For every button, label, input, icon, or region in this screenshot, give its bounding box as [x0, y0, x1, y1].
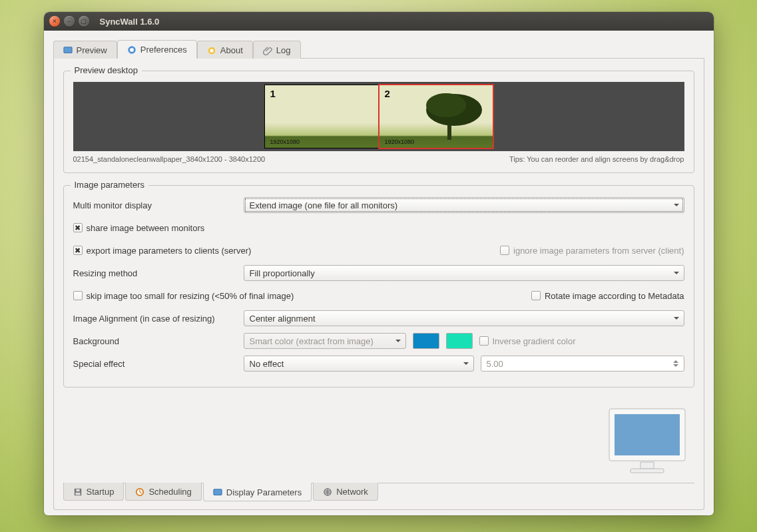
combo-value: Fill proportionally: [250, 268, 315, 278]
screen-resolution: 1920x1080: [385, 138, 415, 145]
tabs-top: Preview Preferences About Log: [53, 39, 704, 59]
screen-2[interactable]: 2 1920x1080: [379, 85, 493, 148]
checkbox-icon: [73, 291, 83, 300]
app-window: ✕ – ▢ SyncWall 1.6.0 Preview Preferences: [44, 12, 714, 515]
display-icon: [213, 488, 222, 497]
ignore-params-checkbox[interactable]: ignore image parameters from server (cli…: [500, 246, 684, 256]
checkbox-icon: [500, 246, 509, 255]
minimize-button[interactable]: –: [64, 16, 75, 27]
close-button[interactable]: ✕: [49, 16, 60, 27]
tab-startup[interactable]: Startup: [63, 483, 125, 501]
tab-about[interactable]: About: [197, 41, 253, 59]
content-area: Preview Preferences About Log: [44, 31, 714, 515]
image-parameters-group: Image parameters Multi monitor display E…: [63, 185, 694, 388]
svg-rect-15: [214, 489, 222, 495]
spin-buttons[interactable]: [673, 358, 682, 370]
checkbox-icon: ✖: [73, 223, 83, 232]
alignment-combo[interactable]: Center alignment: [244, 310, 684, 326]
tree-icon: [413, 87, 486, 140]
checkbox-label: Inverse gradient color: [493, 336, 576, 346]
resizing-label: Resizing method: [73, 268, 237, 278]
tab-label: Network: [336, 487, 368, 497]
preview-icon: [63, 46, 73, 55]
share-between-checkbox[interactable]: ✖ share image between monitors: [73, 223, 205, 233]
svg-point-6: [426, 93, 466, 117]
special-effect-spinbox[interactable]: 5.00: [481, 356, 684, 372]
multi-monitor-label: Multi monitor display: [73, 200, 237, 210]
gear-icon: [127, 45, 136, 55]
preview-filename: 02154_standalonecleanwallpaper_3840x1200…: [73, 155, 266, 163]
svg-rect-12: [75, 492, 80, 495]
tab-label: Scheduling: [148, 487, 191, 497]
color-swatch-2[interactable]: [446, 333, 473, 349]
svg-point-2: [130, 49, 133, 51]
export-params-checkbox[interactable]: ✖ export image parameters to clients (se…: [73, 246, 252, 256]
combo-value: No effect: [250, 359, 284, 369]
save-icon: [73, 487, 83, 497]
tab-display-parameters[interactable]: Display Parameters: [203, 483, 312, 501]
skip-small-checkbox[interactable]: skip image too small for resizing (<50% …: [73, 291, 294, 301]
multi-monitor-combo[interactable]: Extend image (one file for all monitors): [244, 197, 684, 213]
preview-zone[interactable]: 1 1920x1080 2 1920x1080: [73, 82, 684, 151]
checkbox-label: Rotate image according to Metadata: [545, 291, 684, 301]
inverse-gradient-checkbox[interactable]: Inverse gradient color: [479, 336, 576, 346]
svg-rect-13: [76, 489, 79, 491]
tab-scheduling[interactable]: Scheduling: [125, 483, 201, 501]
info-icon: [207, 46, 216, 55]
tab-label: Startup: [87, 487, 115, 497]
screen-resolution: 1920x1080: [270, 138, 300, 145]
screen-1[interactable]: 1 1920x1080: [264, 85, 379, 148]
preferences-panel: Preview desktop 1 1920x1080 2 1920x1080: [53, 59, 704, 510]
checkbox-icon: ✖: [73, 246, 83, 255]
special-effect-label: Special effect: [73, 359, 237, 369]
combo-value: Center alignment: [250, 314, 316, 324]
checkbox-icon: [479, 336, 489, 346]
group-legend: Image parameters: [71, 180, 149, 190]
combo-value: Extend image (one file for all monitors): [250, 200, 398, 210]
tab-network[interactable]: Network: [313, 483, 378, 501]
window-title: SyncWall 1.6.0: [100, 17, 160, 27]
preview-tip: Tips: You can reorder and align screens …: [509, 155, 684, 163]
checkbox-label: ignore image parameters from server (cli…: [513, 246, 684, 256]
background-label: Background: [73, 336, 237, 346]
tab-label: About: [220, 45, 243, 55]
resizing-combo[interactable]: Fill proportionally: [244, 265, 684, 281]
spin-down-icon: [673, 364, 678, 370]
rotate-meta-checkbox[interactable]: Rotate image according to Metadata: [531, 291, 684, 301]
tab-label: Preview: [77, 45, 107, 55]
tab-preferences[interactable]: Preferences: [117, 40, 197, 59]
tab-preview[interactable]: Preview: [53, 41, 117, 59]
group-legend: Preview desktop: [71, 65, 142, 75]
tab-label: Display Parameters: [226, 487, 302, 497]
svg-rect-10: [631, 469, 664, 473]
tab-log[interactable]: Log: [253, 41, 301, 59]
screen-index: 1: [270, 88, 276, 99]
preview-footer: 02154_standalonecleanwallpaper_3840x1200…: [73, 155, 684, 163]
spinbox-value: 5.00: [487, 359, 503, 369]
titlebar: ✕ – ▢ SyncWall 1.6.0: [44, 12, 714, 31]
background-combo[interactable]: Smart color (extract from image): [244, 333, 406, 349]
clock-icon: [135, 487, 144, 497]
combo-value: Smart color (extract from image): [250, 336, 374, 346]
checkbox-label: share image between monitors: [87, 223, 205, 233]
paperclip-icon: [263, 46, 272, 55]
svg-point-4: [210, 49, 213, 52]
checkbox-label: skip image too small for resizing (<50% …: [87, 291, 294, 301]
globe-icon: [323, 487, 332, 497]
special-effect-combo[interactable]: No effect: [244, 356, 474, 372]
tabs-bottom: Startup Scheduling Display Parameters: [63, 483, 694, 503]
maximize-button[interactable]: ▢: [79, 16, 89, 27]
preview-desktop-group: Preview desktop 1 1920x1080 2 1920x1080: [63, 71, 694, 173]
spin-up-icon: [673, 358, 678, 363]
screen-index: 2: [385, 88, 390, 99]
svg-rect-9: [640, 462, 654, 469]
checkbox-label: export image parameters to clients (serv…: [87, 246, 252, 256]
svg-rect-8: [615, 414, 680, 455]
monitor-illustration: [604, 405, 690, 480]
alignment-label: Image Alignment (in case of resizing): [73, 314, 237, 324]
tab-label: Preferences: [140, 45, 187, 55]
tab-label: Log: [276, 45, 291, 55]
color-swatch-1[interactable]: [413, 333, 439, 349]
svg-rect-0: [63, 47, 71, 53]
checkbox-icon: [531, 291, 541, 300]
